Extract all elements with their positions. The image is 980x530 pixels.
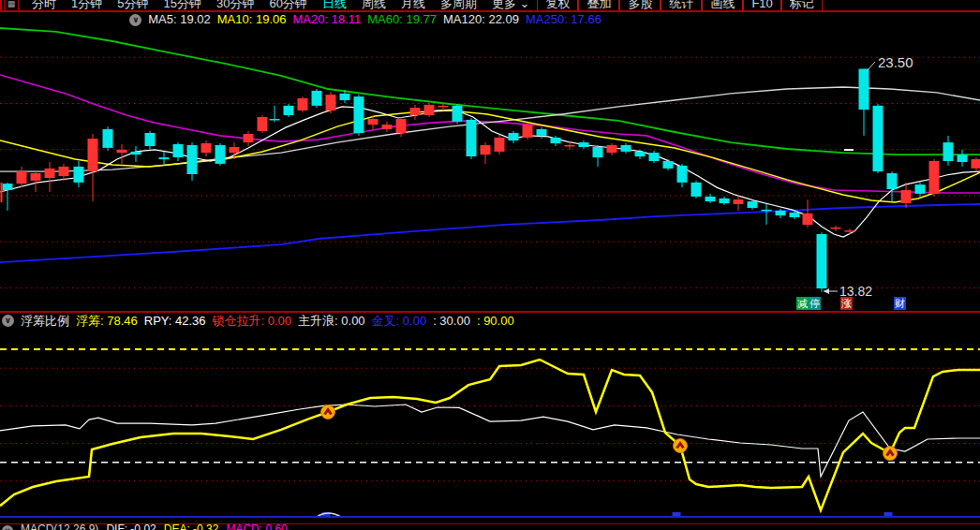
indicator-value: 锁仓拉升: 0.00 [213,314,292,329]
indicator-value: : 90.00 [477,314,514,329]
chevron-down-icon[interactable]: ∨ [129,14,141,26]
indicator-value: 主升浪: 0.00 [298,314,365,329]
macd-value: DEA: -0.32 [164,524,219,530]
ma-value: MA120: 22.09 [443,12,519,27]
ma-value: MA10: 19.06 [217,12,287,27]
event-badge-财: 财 [894,297,906,310]
stock-info-bar: 新晨科技(日线,前复权) ∨ MA5: 19.02MA10: 19.06MA20… [0,12,980,27]
indicator-value: 金叉: 0.00 [372,314,427,329]
macd-value: MACD: 0.60 [226,524,287,530]
ma-value: MA20: 18.11 [293,12,362,27]
indicator-value: 浮筹: 78.46 [76,314,138,329]
macd-value: MACD(12,26,9) [21,524,98,530]
indicator-header: ∨ 浮筹比例浮筹: 78.46RPY: 42.36锁仓拉升: 0.00主升浪: … [0,313,980,329]
chevron-down-icon[interactable]: ∨ [2,315,14,327]
indicator-value: : 30.00 [433,314,470,329]
ma-value: MA60: 19.77 [367,12,437,27]
stock-title: 新晨科技(日线,前复权) [0,12,121,27]
ma-value: MA5: 19.02 [148,12,211,27]
macd-value: DIF: -0.02 [106,524,156,530]
ma-value: MA250: 17.66 [526,12,601,27]
event-badge-减: 减 [796,297,809,310]
bottom-separator [0,523,980,524]
event-badge-停: 停 [809,297,821,310]
candlestick-chart[interactable] [0,0,980,530]
event-badge-涨: 涨 [840,297,853,310]
macd-panel-divider [0,516,980,518]
macd-bar: ∨ MACD(12,26,9)DIF: -0.02DEA: -0.32MACD:… [0,524,980,530]
chevron-down-icon[interactable]: ∨ [2,525,13,530]
indicator-value: RPY: 42.36 [144,314,206,329]
indicator-value: 浮筹比例 [21,314,69,329]
high-price-label: 23.50 [878,54,913,70]
